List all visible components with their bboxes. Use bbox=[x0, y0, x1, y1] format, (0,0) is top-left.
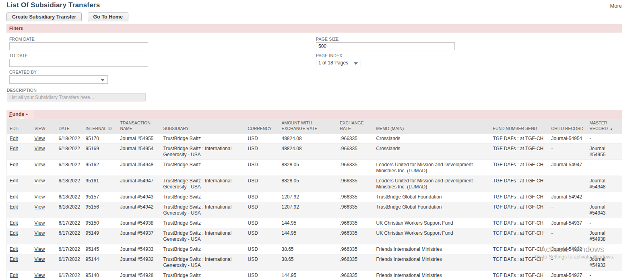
view-link[interactable]: View bbox=[35, 162, 45, 167]
table-row: EditView6/17/202295140Journal #54928Trus… bbox=[7, 271, 622, 279]
create-subsidiary-transfer-button[interactable]: Create Subsidiary Transfer bbox=[6, 12, 82, 21]
cell-amount: 144.95 bbox=[279, 218, 337, 228]
cell-subsidiary: TrustBridge Switz : International Genero… bbox=[161, 228, 245, 244]
cell-internal-id: 95157 bbox=[83, 192, 118, 202]
cell-master-record: - bbox=[587, 244, 622, 254]
col-header-exchange-rate[interactable]: EXCHANGE RATE bbox=[337, 119, 374, 134]
cell-transaction-name: Journal #54948 bbox=[118, 160, 161, 176]
cell-exchange-rate: .966335 bbox=[337, 228, 374, 244]
cell-master-record: Journal #54943 bbox=[587, 202, 622, 218]
more-link[interactable]: More bbox=[610, 3, 622, 9]
edit-link[interactable]: Edit bbox=[10, 256, 18, 262]
edit-link[interactable]: Edit bbox=[10, 273, 18, 278]
cell-view: View bbox=[32, 244, 56, 254]
cell-child-record: - bbox=[549, 202, 587, 218]
table-row: EditView6/18/202295161Journal #54947Trus… bbox=[7, 176, 622, 192]
cell-view: View bbox=[32, 176, 56, 192]
page-index-dropdown[interactable]: 1 of 18 Pages bbox=[316, 59, 361, 67]
cell-master-record: Journal #54933 bbox=[587, 254, 622, 271]
created-by-dropdown[interactable] bbox=[9, 75, 108, 84]
cell-currency: USD bbox=[245, 271, 279, 279]
col-header-internal-id[interactable]: INTERNAL ID bbox=[83, 119, 118, 134]
cell-date: 6/18/2022 bbox=[56, 176, 83, 192]
col-header-fund-number-send[interactable]: FUND NUMBER SEND bbox=[490, 119, 549, 134]
go-to-home-button[interactable]: Go To Home bbox=[88, 12, 128, 21]
cell-subsidiary: TrustBridge Switz : International Genero… bbox=[161, 254, 245, 271]
cell-currency: USD bbox=[245, 176, 279, 192]
cell-child-record: Journal-54937 bbox=[549, 218, 587, 228]
cell-transaction-name: Journal #54942 bbox=[118, 202, 161, 218]
page-index-label: PAGE INDEX bbox=[316, 53, 361, 58]
edit-link[interactable]: Edit bbox=[10, 162, 18, 167]
view-link[interactable]: View bbox=[35, 220, 45, 226]
table-row: EditView6/18/202295170Journal #54955Trus… bbox=[7, 134, 622, 144]
cell-currency: USD bbox=[245, 134, 279, 144]
col-header-subsidiary[interactable]: SUBSIDIARY bbox=[161, 119, 245, 134]
table-row: EditView6/17/202295149Journal #54937Trus… bbox=[7, 228, 622, 244]
col-header-transaction-name[interactable]: TRANSACTION NAME bbox=[118, 119, 161, 134]
table-row: EditView6/17/202295150Journal #54938Trus… bbox=[7, 218, 622, 228]
edit-link[interactable]: Edit bbox=[10, 220, 18, 226]
edit-link[interactable]: Edit bbox=[10, 136, 18, 141]
cell-master-record: Journal #54948 bbox=[587, 176, 622, 192]
col-header-amount-with-exchange-rate[interactable]: AMOUNT WITH EXCHANGE RATE bbox=[279, 119, 337, 134]
view-link[interactable]: View bbox=[35, 246, 45, 252]
view-link[interactable]: View bbox=[35, 194, 45, 200]
col-header-edit: EDIT bbox=[7, 119, 32, 134]
cell-transaction-name: Journal #54937 bbox=[118, 228, 161, 244]
cell-memo: Friends International Ministries bbox=[374, 244, 490, 254]
cell-date: 6/18/2022 bbox=[56, 202, 83, 218]
edit-link[interactable]: Edit bbox=[10, 194, 18, 200]
description-input[interactable] bbox=[7, 93, 146, 101]
cell-date: 6/18/2022 bbox=[56, 192, 83, 202]
page-size-input[interactable] bbox=[316, 42, 455, 50]
cell-edit: Edit bbox=[7, 134, 32, 144]
edit-link[interactable]: Edit bbox=[10, 204, 18, 210]
cell-child-record: Journal-54954 bbox=[549, 134, 587, 144]
from-date-input[interactable] bbox=[9, 42, 148, 50]
cell-internal-id: 95149 bbox=[83, 228, 118, 244]
edit-link[interactable]: Edit bbox=[10, 178, 18, 184]
view-link[interactable]: View bbox=[35, 136, 45, 141]
col-header-master-record[interactable]: MASTER RECORD ▲ bbox=[587, 119, 622, 134]
cell-subsidiary: TrustBridge Switz bbox=[161, 271, 245, 279]
view-link[interactable]: View bbox=[35, 204, 45, 210]
cell-exchange-rate: .966335 bbox=[337, 202, 374, 218]
col-header-currency[interactable]: CURRENCY bbox=[245, 119, 279, 134]
edit-link[interactable]: Edit bbox=[10, 230, 18, 236]
tab-funds[interactable]: Funds• bbox=[6, 110, 34, 119]
cell-child-record: Journal-54942 bbox=[549, 192, 587, 202]
cell-view: View bbox=[32, 254, 56, 271]
cell-memo: Friends International Ministries bbox=[374, 271, 490, 279]
cell-memo: UK Christian Workers Support Fund bbox=[374, 228, 490, 244]
edit-link[interactable]: Edit bbox=[10, 246, 18, 252]
table-row: EditView6/17/202295144Journal #54932Trus… bbox=[7, 254, 622, 271]
view-link[interactable]: View bbox=[35, 178, 45, 184]
view-link[interactable]: View bbox=[35, 230, 45, 236]
cell-memo: Leaders United for Mission and Developme… bbox=[374, 160, 490, 176]
description-field: DESCRIPTION bbox=[7, 88, 146, 101]
col-header-date[interactable]: DATE bbox=[56, 119, 83, 134]
cell-date: 6/18/2022 bbox=[56, 144, 83, 160]
cell-amount: 8828.05 bbox=[279, 176, 337, 192]
cell-transaction-name: Journal #54954 bbox=[118, 144, 161, 160]
cell-amount: 144.95 bbox=[279, 228, 337, 244]
cell-memo: Leaders United for Mission and Developme… bbox=[374, 176, 490, 192]
cell-memo: Crosslands bbox=[374, 134, 490, 144]
cell-memo: Friends International Ministries bbox=[374, 254, 490, 271]
view-link[interactable]: View bbox=[35, 256, 45, 262]
view-link[interactable]: View bbox=[35, 146, 45, 151]
to-date-input[interactable] bbox=[9, 59, 148, 67]
cell-subsidiary: TrustBridge Switz bbox=[161, 134, 245, 144]
cell-amount: 38.65 bbox=[279, 254, 337, 271]
view-link[interactable]: View bbox=[35, 273, 45, 278]
cell-fund-number-send: TGF DAFs : at TGF-CH bbox=[490, 134, 549, 144]
cell-date: 6/18/2022 bbox=[56, 134, 83, 144]
col-header-memo-main[interactable]: MEMO (MAIN) bbox=[374, 119, 490, 134]
cell-memo: Crosslands bbox=[374, 144, 490, 160]
col-header-child-record[interactable]: CHILD RECORD bbox=[549, 119, 587, 134]
from-date-label: FROM DATE bbox=[9, 37, 148, 41]
col-header-view: VIEW bbox=[32, 119, 56, 134]
edit-link[interactable]: Edit bbox=[10, 146, 18, 151]
cell-transaction-name: Journal #54955 bbox=[118, 134, 161, 144]
